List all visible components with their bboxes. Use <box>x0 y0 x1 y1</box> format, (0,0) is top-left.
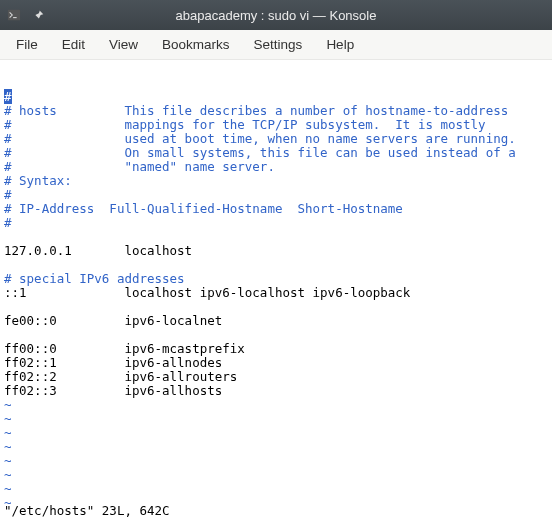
window-titlebar: abapacademy : sudo vi — Konsole <box>0 0 552 30</box>
terminal-line: # IP-Address Full-Qualified-Hostname Sho… <box>4 202 548 216</box>
terminal-line: ff00::0 ipv6-mcastprefix <box>4 342 548 356</box>
terminal-line: # <box>4 216 548 230</box>
titlebar-icons <box>6 7 46 23</box>
terminal-line: fe00::0 ipv6-localnet <box>4 314 548 328</box>
terminal-line: # <box>4 90 548 104</box>
menu-file[interactable]: File <box>4 32 50 57</box>
menu-bookmarks[interactable]: Bookmarks <box>150 32 242 57</box>
terminal-line <box>4 300 548 314</box>
terminal-line: ~ <box>4 426 548 440</box>
terminal-line: ~ <box>4 440 548 454</box>
terminal-line: # mappings for the TCP/IP subsystem. It … <box>4 118 548 132</box>
menu-bar: File Edit View Bookmarks Settings Help <box>0 30 552 60</box>
terminal-line: # special IPv6 addresses <box>4 272 548 286</box>
terminal-viewport[interactable]: ## hosts This file describes a number of… <box>0 60 552 518</box>
terminal-line: # used at boot time, when no name server… <box>4 132 548 146</box>
terminal-line <box>4 328 548 342</box>
window-title: abapacademy : sudo vi — Konsole <box>46 8 546 23</box>
menu-view[interactable]: View <box>97 32 150 57</box>
terminal-line: ~ <box>4 482 548 496</box>
terminal-line: ~ <box>4 412 548 426</box>
terminal-line: # "named" name server. <box>4 160 548 174</box>
pin-icon[interactable] <box>30 7 46 23</box>
terminal-line: ::1 localhost ipv6-localhost ipv6-loopba… <box>4 286 548 300</box>
terminal-line <box>4 258 548 272</box>
terminal-line: # hosts This file describes a number of … <box>4 104 548 118</box>
vi-cursor: # <box>4 89 12 104</box>
terminal-line: # On small systems, this file can be use… <box>4 146 548 160</box>
terminal-content: ## hosts This file describes a number of… <box>4 90 548 510</box>
terminal-line: ff02::1 ipv6-allnodes <box>4 356 548 370</box>
menu-settings[interactable]: Settings <box>242 32 315 57</box>
terminal-line: ff02::2 ipv6-allrouters <box>4 370 548 384</box>
terminal-line: ~ <box>4 468 548 482</box>
terminal-icon[interactable] <box>6 7 22 23</box>
terminal-line: 127.0.0.1 localhost <box>4 244 548 258</box>
terminal-line: # <box>4 188 548 202</box>
menu-edit[interactable]: Edit <box>50 32 97 57</box>
svg-rect-0 <box>8 10 20 21</box>
terminal-line: # Syntax: <box>4 174 548 188</box>
vi-status-line: "/etc/hosts" 23L, 642C <box>4 504 548 518</box>
terminal-line <box>4 230 548 244</box>
terminal-line: ff02::3 ipv6-allhosts <box>4 384 548 398</box>
menu-help[interactable]: Help <box>314 32 366 57</box>
terminal-line: ~ <box>4 398 548 412</box>
terminal-line: ~ <box>4 454 548 468</box>
